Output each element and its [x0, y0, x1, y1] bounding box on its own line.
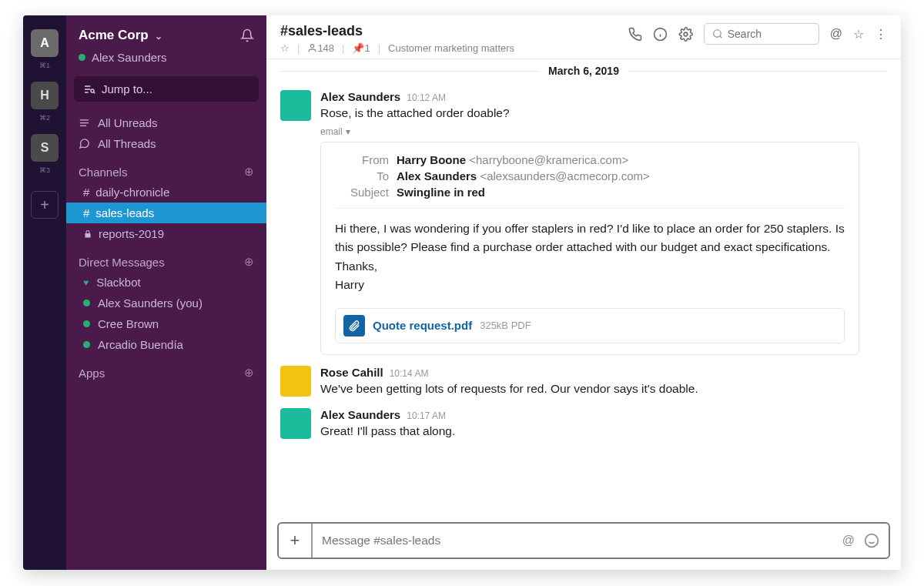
mentions-icon[interactable]: @ [830, 27, 842, 41]
search-icon [712, 28, 723, 39]
workspace-name: Acme Corp [79, 28, 149, 42]
avatar[interactable] [280, 90, 311, 121]
workspace-shortcut: ⌘2 [39, 114, 50, 122]
current-user[interactable]: Alex Saunders [66, 51, 266, 73]
workspace-switch-a[interactable]: A [31, 29, 59, 57]
message-body: We've been getting lots of requests for … [320, 380, 887, 397]
message-author[interactable]: Alex Saunders [320, 90, 400, 103]
email-tag-label: email [320, 126, 343, 137]
email-to-addr: <alexsaunders@acmecorp.com> [480, 169, 649, 182]
channel-title[interactable]: #sales-leads [280, 23, 514, 39]
channel-topic[interactable]: Customer marketing matters [388, 42, 514, 54]
jump-to-input[interactable]: Jump to... [74, 76, 259, 102]
channel-sales-leads[interactable]: # sales-leads [66, 203, 266, 223]
channels-section-header[interactable]: Channels ⊕ [66, 154, 266, 182]
channel-daily-chronicle[interactable]: # daily-chronicle [66, 182, 266, 203]
workspace-switch-h[interactable]: H [31, 82, 59, 109]
notifications-bell-icon[interactable] [240, 28, 254, 42]
add-channel-icon[interactable]: ⊕ [244, 165, 254, 179]
avatar[interactable] [280, 408, 311, 439]
email-from-label: From [335, 153, 389, 166]
presence-dot-icon [83, 320, 90, 327]
avatar[interactable] [280, 366, 311, 397]
channels-header-label: Channels [79, 166, 127, 179]
search-input[interactable] [728, 28, 805, 40]
more-menu-icon[interactable]: ⋮ [875, 27, 887, 42]
email-tag[interactable]: email ▾ [320, 126, 887, 137]
add-workspace-button[interactable]: + [31, 191, 59, 219]
caret-down-icon: ▾ [346, 126, 350, 137]
mention-icon[interactable]: @ [842, 533, 855, 548]
email-body-line: Thanks, [335, 257, 845, 276]
unreads-icon [79, 117, 90, 129]
workspace-shortcut: ⌘1 [39, 62, 50, 69]
channel-header: #sales-leads ☆ | 148 | 📌 1 | Customer ma… [266, 15, 901, 59]
dm-cree-brown[interactable]: Cree Brown [66, 313, 266, 334]
all-threads-label: All Threads [98, 137, 156, 150]
email-body-line: Harry [335, 276, 845, 294]
svg-point-13 [714, 30, 721, 37]
member-count[interactable]: 148 [307, 42, 334, 54]
presence-dot-icon [83, 341, 90, 348]
email-body-line: Hi there, I was wondering if you offer s… [335, 219, 845, 256]
message-time: 10:14 AM [390, 368, 429, 379]
current-user-name: Alex Saunders [92, 51, 167, 64]
composer-add-button[interactable]: + [279, 524, 313, 558]
svg-line-14 [719, 36, 721, 39]
workspace-rail: A ⌘1 H ⌘2 S ⌘3 + [23, 15, 66, 570]
threads-icon [79, 138, 90, 149]
attachment-name: Quote request.pdf [373, 319, 472, 332]
message-author[interactable]: Alex Saunders [320, 408, 400, 421]
dm-slackbot[interactable]: ♥ Slackbot [66, 272, 266, 293]
dm-label: Alex Saunders (you) [98, 296, 203, 310]
star-channel-icon[interactable]: ☆ [280, 42, 290, 54]
call-icon[interactable] [628, 27, 642, 42]
composer-input[interactable] [313, 524, 833, 558]
message-composer: + @ [277, 522, 890, 559]
message-author[interactable]: Rose Cahill [320, 366, 383, 379]
email-body: Hi there, I was wondering if you offer s… [335, 209, 845, 296]
emoji-icon[interactable] [864, 533, 879, 548]
apps-header-label: Apps [79, 367, 105, 380]
chevron-down-icon: ⌄ [155, 31, 162, 42]
all-unreads-label: All Unreads [98, 116, 158, 129]
settings-gear-icon[interactable] [678, 27, 693, 42]
hash-icon: # [83, 206, 89, 219]
workspace-switch-s[interactable]: S [31, 134, 59, 162]
all-threads-link[interactable]: All Threads [66, 133, 266, 154]
hash-icon: # [83, 186, 89, 199]
message-body: Rose, is the attached order doable? [320, 105, 887, 122]
presence-dot-icon [83, 300, 90, 306]
channel-label: reports-2019 [99, 227, 164, 240]
heart-icon: ♥ [83, 277, 89, 288]
attachment-meta: 325kB PDF [480, 320, 531, 331]
dm-self[interactable]: Alex Saunders (you) [66, 293, 266, 313]
star-icon[interactable]: ☆ [853, 27, 864, 42]
paperclip-icon [343, 315, 365, 337]
dm-header-label: Direct Messages [79, 256, 165, 269]
dm-arcadio-buendia[interactable]: Arcadio Buendía [66, 334, 266, 355]
channel-reports-2019[interactable]: reports-2019 [66, 223, 266, 244]
dm-section-header[interactable]: Direct Messages ⊕ [66, 244, 266, 272]
svg-point-12 [684, 32, 688, 36]
add-app-icon[interactable]: ⊕ [244, 366, 254, 380]
channel-label: daily-chronicle [95, 186, 169, 199]
lock-icon [83, 229, 92, 239]
message-list: March 6, 2019 Alex Saunders 10:12 AM Ros… [266, 59, 901, 516]
email-subject-label: Subject [335, 186, 389, 199]
all-unreads-link[interactable]: All Unreads [66, 112, 266, 133]
email-from-addr: <harryboone@kramerica.com> [469, 153, 628, 166]
info-icon[interactable] [653, 27, 668, 42]
dm-label: Arcadio Buendía [98, 338, 183, 351]
apps-section-header[interactable]: Apps ⊕ [66, 355, 266, 383]
dm-label: Slackbot [96, 276, 141, 289]
search-box[interactable] [704, 23, 819, 45]
date-divider: March 6, 2019 [280, 64, 887, 78]
dm-label: Cree Brown [98, 317, 159, 330]
pin-count[interactable]: 📌 1 [352, 42, 370, 54]
message: Rose Cahill 10:14 AM We've been getting … [280, 361, 887, 404]
presence-dot-icon [79, 54, 85, 61]
workspace-menu[interactable]: Acme Corp ⌄ [79, 28, 162, 43]
add-dm-icon[interactable]: ⊕ [244, 255, 254, 269]
attachment[interactable]: Quote request.pdf 325kB PDF [335, 308, 845, 343]
